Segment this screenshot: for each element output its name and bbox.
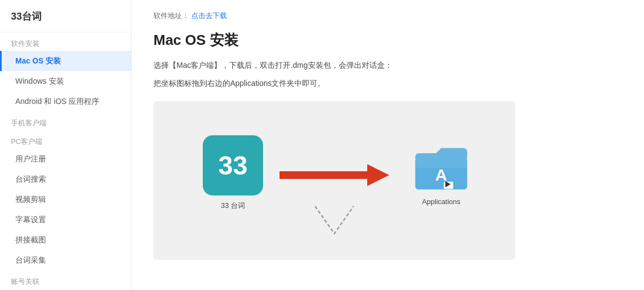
sidebar-item-user-reg[interactable]: 用户注册	[0, 149, 131, 169]
svg-text:A: A	[435, 166, 447, 184]
sidebar-section-pc: PC客户端	[0, 130, 131, 149]
desc-text-1: 选择【Mac客户端】，下载后，双击打开.dmg安装包，会弹出对话盒：	[153, 59, 622, 72]
folder-svg-icon: A	[411, 143, 471, 192]
sidebar-item-win-install[interactable]: Windows 安装	[0, 71, 131, 91]
dashed-arrow	[312, 204, 356, 238]
sidebar-item-subtitle-search[interactable]: 台词搜索	[0, 169, 131, 189]
svg-marker-1	[367, 164, 389, 186]
sidebar-item-android-ios[interactable]: Android 和 iOS 应用程序	[0, 91, 131, 112]
app-icon-number: 33	[218, 150, 247, 181]
sidebar-section-mobile: 手机客户端	[0, 112, 131, 130]
sidebar-item-splice-screenshot[interactable]: 拼接截图	[0, 230, 131, 250]
software-addr-label: 软件地址：	[153, 11, 189, 20]
sidebar-title: 33台词	[0, 0, 131, 32]
sidebar-item-collect[interactable]: 台词采集	[0, 250, 131, 270]
drag-illustration: 33 33 台词 A	[153, 101, 515, 260]
desc-text-2: 把坐标图标拖到右边的Applications文件夹中即可。	[153, 77, 622, 90]
folder-wrap: A Applications	[411, 143, 471, 206]
page-title: Mac OS 安装	[153, 31, 622, 50]
applications-label: Applications	[422, 198, 460, 206]
sidebar-item-mac-install[interactable]: Mac OS 安装	[0, 51, 131, 71]
sidebar-item-subtitle-setting[interactable]: 字幕设置	[0, 210, 131, 230]
sidebar-section-account: 账号关联	[0, 270, 131, 289]
software-addr-bar: 软件地址： 点击去下载	[153, 11, 622, 21]
app-icon-label: 33 台词	[221, 201, 245, 211]
sidebar-item-video-clip[interactable]: 视频剪辑	[0, 189, 131, 210]
software-addr-link[interactable]: 点击去下载	[191, 11, 227, 20]
app-icon-wrap: 33 33 台词	[203, 136, 263, 211]
drag-arrow	[280, 161, 389, 189]
sidebar: 33台词 软件安装 Mac OS 安装 Windows 安装 Android 和…	[0, 0, 132, 290]
sidebar-section-software-install: 软件安装	[0, 32, 131, 51]
main-content: 软件地址： 点击去下载 Mac OS 安装 选择【Mac客户端】，下载后，双击打…	[132, 0, 644, 290]
app-icon: 33	[203, 136, 263, 196]
